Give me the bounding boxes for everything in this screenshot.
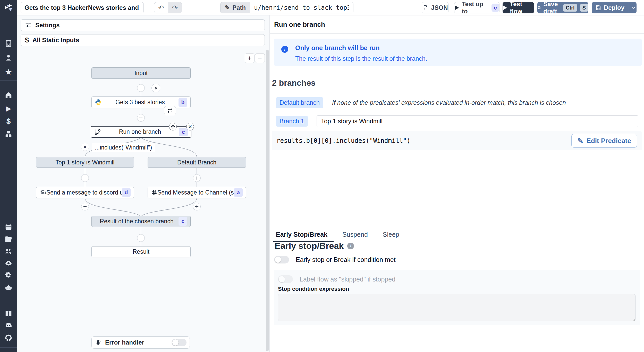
- json-button-label: JSON: [431, 4, 448, 11]
- edit-predicate-button[interactable]: ✎ Edit Predicate: [571, 134, 637, 148]
- windmill-logo[interactable]: [0, 0, 17, 15]
- remove-branch-button[interactable]: ✕: [81, 143, 89, 151]
- undo-button[interactable]: ↶: [154, 2, 168, 13]
- git-branch-icon: [94, 129, 101, 135]
- user-icon[interactable]: [4, 53, 13, 62]
- trigger-bolt-button[interactable]: [151, 84, 160, 92]
- branch1-row: Branch 1: [276, 115, 638, 127]
- branch1-summary-input[interactable]: [317, 115, 638, 127]
- play-icon: [503, 5, 507, 11]
- add-step-button[interactable]: [81, 203, 89, 210]
- settings-gear-icon[interactable]: [4, 271, 13, 279]
- advanced-tabs: Early Stop/Break Suspend Sleep: [270, 227, 644, 242]
- sidebar-divider: [0, 347, 17, 348]
- favorites-star-icon[interactable]: ★: [4, 68, 13, 76]
- test-flow-button[interactable]: Test flow: [503, 2, 534, 13]
- flow-edges: [17, 15, 269, 352]
- save-draft-button[interactable]: Save draft Ctrl S: [537, 2, 588, 13]
- schedules-calendar-icon[interactable]: [4, 223, 13, 231]
- alert-title: Only one branch will be run: [295, 44, 380, 52]
- default-branch-row: Default branch If none of the predicates…: [276, 97, 566, 108]
- test-up-to-button[interactable]: Test up to c: [454, 2, 499, 13]
- test-flow-label: Test flow: [510, 1, 534, 15]
- github-icon[interactable]: [4, 333, 13, 342]
- folders-icon[interactable]: [4, 235, 13, 244]
- add-step-button[interactable]: [137, 114, 145, 122]
- default-branch-badge: Default branch: [276, 97, 323, 108]
- test-up-to-label: Test up to: [462, 1, 489, 15]
- stop-condition-textarea[interactable]: [278, 294, 635, 321]
- left-sidebar: ★ ▶ $: [0, 15, 17, 352]
- path-label[interactable]: ✎ Path: [221, 2, 250, 13]
- path-field-group: ✎ Path: [220, 2, 353, 13]
- groups-users-icon[interactable]: [4, 247, 13, 256]
- add-step-button[interactable]: [193, 203, 201, 210]
- undo-icon: ↶: [158, 4, 164, 12]
- step-id-badge: c: [179, 128, 188, 136]
- move-node-button[interactable]: [169, 123, 177, 130]
- early-stop-toggle[interactable]: [274, 256, 289, 263]
- resources-cubes-icon[interactable]: [4, 130, 13, 138]
- runs-play-icon[interactable]: ▶: [4, 104, 13, 113]
- kbd-s: S: [580, 4, 588, 12]
- discord-icon[interactable]: [4, 321, 13, 330]
- tab-early-stop-break[interactable]: Early Stop/Break: [273, 227, 334, 242]
- path-label-text: Path: [232, 4, 246, 11]
- add-step-button[interactable]: [81, 174, 89, 182]
- deploy-main[interactable]: Deploy: [592, 2, 628, 13]
- chevron-down-icon: [631, 5, 637, 11]
- home-icon[interactable]: [4, 91, 13, 100]
- alert-body: The result of this step is the result of…: [295, 55, 427, 62]
- predicate-pill[interactable]: ...includes("Windmill"): [92, 143, 155, 152]
- deploy-dropdown-button[interactable]: [631, 2, 637, 13]
- skip-label-toggle-label: Label flow as "skipped" if stopped: [300, 276, 395, 283]
- tab-suspend[interactable]: Suspend: [340, 227, 374, 242]
- save-draft-label: Save draft: [543, 1, 561, 15]
- plus-icon: [195, 176, 199, 180]
- predicate-bar: results.b[0][0].includes("Windmill") ✎ E…: [272, 131, 642, 150]
- stop-condition-label: Stop condition expression: [278, 286, 349, 292]
- redo-icon: ↷: [172, 4, 178, 12]
- early-stop-heading: Early stop/Break i: [275, 241, 354, 251]
- undo-redo-group: ↶ ↷: [154, 2, 182, 13]
- panel-title: Run one branch: [274, 21, 325, 29]
- audit-eye-icon[interactable]: [4, 259, 13, 268]
- windmill-logo-icon: [4, 3, 13, 12]
- skip-label-toggle[interactable]: [278, 275, 293, 283]
- variables-dollar-icon[interactable]: $: [4, 117, 13, 126]
- info-icon: i: [281, 46, 288, 53]
- save-icon: [537, 5, 541, 11]
- sidebar-divider: [0, 80, 17, 81]
- workspace-icon[interactable]: [4, 39, 13, 48]
- loop-retry-button[interactable]: [164, 106, 176, 115]
- default-branch-description: If none of the predicates' expressions e…: [332, 99, 566, 106]
- plus-icon: [83, 176, 87, 180]
- ai-robot-icon[interactable]: [4, 283, 13, 292]
- delete-node-button[interactable]: ✕: [186, 123, 194, 130]
- plus-icon: [139, 86, 143, 90]
- add-step-button[interactable]: [193, 174, 201, 182]
- tab-sleep[interactable]: Sleep: [380, 227, 405, 242]
- repeat-icon: [167, 108, 173, 113]
- path-input[interactable]: [250, 2, 353, 13]
- flow-graph-panel: Settings $ All Static Inputs + −: [17, 15, 269, 352]
- info-alert: i Only one branch will be run The result…: [274, 39, 642, 66]
- add-step-button[interactable]: [137, 84, 145, 92]
- add-step-button[interactable]: [137, 234, 145, 242]
- step-detail-panel: Run one branch i Only one branch will be…: [269, 15, 644, 352]
- move-icon: [171, 125, 175, 129]
- windmill-flow-editor: ↶ ↷ ✎ Path JSON Test up to c Test flow: [0, 0, 644, 352]
- branch1-badge: Branch 1: [276, 116, 308, 127]
- edit-predicate-label: Edit Predicate: [587, 137, 631, 145]
- predicate-pill-label: ...includes("Windmill"): [95, 144, 152, 151]
- json-button[interactable]: JSON: [422, 2, 448, 13]
- flow-title-input[interactable]: [21, 2, 144, 13]
- divider: [270, 33, 644, 34]
- test-up-to-step-badge: c: [492, 4, 499, 12]
- early-stop-toggle-row: Early stop or Break if condition met: [274, 256, 396, 263]
- play-icon: [454, 5, 459, 11]
- info-icon[interactable]: i: [347, 243, 354, 249]
- redo-button[interactable]: ↷: [168, 2, 182, 13]
- docs-book-icon[interactable]: [4, 309, 13, 318]
- deploy-button[interactable]: Deploy: [592, 2, 637, 13]
